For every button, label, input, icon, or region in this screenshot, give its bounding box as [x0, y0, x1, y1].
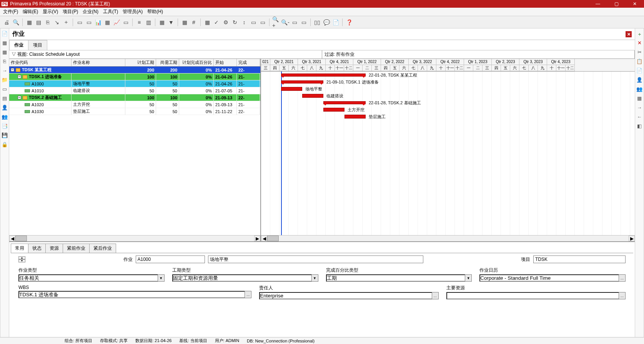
chart4-icon[interactable]: ▦ — [103, 18, 111, 27]
zoomin-icon[interactable]: 🔍+ — [272, 18, 280, 27]
owner-field[interactable] — [259, 292, 431, 299]
col-remain[interactable]: 尚需工期 — [156, 59, 179, 66]
browse-icon[interactable]: … — [619, 292, 626, 299]
tool2-icon[interactable]: ⚙ — [221, 18, 230, 27]
chart5-icon[interactable]: 📈 — [112, 18, 121, 27]
maximize-button[interactable]: ▢ — [609, 1, 624, 7]
rside-paste-icon[interactable]: 📄 — [636, 68, 643, 75]
table-row[interactable]: −TDSK.1 进场准备1001000%21-04-2621- — [9, 73, 260, 80]
close-button[interactable]: ✕ — [627, 1, 642, 7]
preview-icon[interactable]: 🔍 — [12, 18, 20, 27]
menu-item[interactable]: 编辑(E) — [23, 8, 38, 15]
gantt-bar[interactable] — [323, 101, 366, 104]
gantt-bar[interactable] — [344, 115, 366, 119]
menu-item[interactable]: 帮助(H) — [147, 8, 163, 15]
dropdown-icon[interactable]: ▼ — [465, 274, 472, 282]
help-icon[interactable]: ❓ — [345, 18, 353, 27]
scroll-thumb[interactable] — [15, 235, 27, 241]
detail-tab[interactable]: 紧后作业 — [89, 244, 116, 253]
table-row[interactable]: −TDSK 某某工程2002000%21-04-2622- — [9, 67, 260, 73]
side-icon-1[interactable]: 📄 — [1, 31, 8, 38]
expander-icon[interactable]: − — [11, 68, 14, 72]
dropdown-icon[interactable]: ▼ — [158, 274, 165, 282]
table-row[interactable]: A1010临建搭设50500%21-07-0521- — [9, 87, 260, 94]
filter-label[interactable]: 过滤: 所有作业 — [322, 50, 635, 58]
tool5-icon[interactable]: ▭ — [249, 18, 258, 27]
expander-icon[interactable]: − — [18, 96, 21, 99]
tab-project[interactable]: 项目 — [28, 40, 47, 50]
side-icon-3[interactable]: ▦ — [1, 49, 8, 56]
col-pct[interactable]: 计划完成百分比 — [179, 59, 214, 66]
plus-icon[interactable]: ＋ — [62, 18, 70, 27]
col-code[interactable]: 作业代码 — [9, 59, 72, 66]
rside-add-icon[interactable]: ＋ — [636, 31, 643, 38]
minimize-button[interactable]: — — [590, 1, 606, 7]
view1-icon[interactable]: ▯▯ — [313, 18, 321, 27]
detail-tab[interactable]: 紧前作业 — [63, 244, 90, 253]
side-icon-9[interactable]: 👤 — [1, 105, 8, 112]
layout-icon[interactable]: ▦ — [25, 18, 33, 27]
side-icon-10[interactable]: 👥 — [1, 114, 8, 121]
rside-role-icon[interactable]: 👥 — [636, 86, 643, 93]
col-planned[interactable]: 计划工期 — [125, 59, 156, 66]
rside-cut-icon[interactable]: ✂ — [636, 49, 643, 56]
print-icon[interactable]: 🖨 — [2, 18, 11, 27]
wbs-field[interactable] — [18, 291, 245, 298]
arrow-icon[interactable]: ↘ — [53, 18, 61, 27]
detail-tab[interactable]: 资源 — [45, 244, 63, 253]
chart6-icon[interactable]: ▭ — [121, 18, 130, 27]
chart3-icon[interactable]: 📊 — [94, 18, 102, 27]
rside-succ-icon[interactable]: ← — [636, 114, 643, 121]
rside-step-icon[interactable]: ◧ — [636, 123, 643, 130]
col-start[interactable]: 开始 — [214, 59, 237, 66]
expander-icon[interactable]: − — [18, 75, 21, 78]
rside-res-icon[interactable]: 👤 — [636, 77, 643, 84]
side-icon-2[interactable]: ▦ — [1, 40, 8, 47]
tab-activity[interactable]: 作业 — [9, 40, 28, 50]
gantt-bar[interactable] — [281, 87, 302, 91]
gantt-bar[interactable] — [281, 80, 323, 83]
gantt-bar[interactable] — [323, 108, 344, 112]
rside-code-icon[interactable]: ▦ — [636, 95, 643, 102]
grid-hscroll[interactable]: ◀ ▶ — [9, 235, 260, 241]
chart1-icon[interactable]: ▭ — [75, 18, 84, 27]
table-row[interactable]: −TDSK.2 基础施工1001000%21-09-1322- — [9, 94, 260, 101]
dropdown-icon[interactable]: ▼ — [311, 274, 318, 282]
gantt-scroll-thumb[interactable] — [267, 235, 279, 241]
side-icon-5[interactable]: → — [1, 68, 8, 75]
type-select[interactable] — [18, 274, 158, 282]
tool3-icon[interactable]: ↻ — [231, 18, 239, 27]
tool4-icon[interactable]: ↕ — [240, 18, 248, 27]
gantt-bar[interactable] — [302, 94, 323, 98]
detail-tab[interactable]: 常用 — [11, 244, 28, 253]
link-icon[interactable]: ⎘ — [43, 18, 52, 27]
activity-id-field[interactable] — [136, 255, 205, 263]
gantt-body[interactable]: 22-01-28, TDSK 某某工程21-09-10, TDSK.1 进场准备… — [261, 72, 635, 235]
panel-close-icon[interactable]: ✕ — [626, 31, 632, 37]
menu-item[interactable]: 管理员(A) — [123, 8, 143, 15]
browse-icon[interactable]: … — [432, 292, 439, 299]
rside-copy-icon[interactable]: 📋 — [636, 58, 643, 65]
menu-item[interactable]: 项目(P) — [63, 8, 78, 15]
side-icon-6[interactable]: 📁 — [1, 77, 8, 84]
col-name[interactable]: 作业名称 — [72, 59, 125, 66]
side-icon-11[interactable]: 📑 — [1, 123, 8, 130]
menu-item[interactable]: 文件(F) — [3, 8, 18, 15]
filter-icon[interactable]: ▼ — [167, 18, 175, 27]
tool1-icon[interactable]: ✓ — [212, 18, 221, 27]
dur-select[interactable] — [172, 274, 311, 282]
hash-icon[interactable]: # — [190, 18, 198, 27]
activity-name-field[interactable] — [208, 255, 423, 263]
table-row[interactable]: A1030垫层施工50500%21-11-2222- — [9, 108, 260, 115]
table-row[interactable]: A1000场地平整50500%21-04-2621- — [9, 80, 260, 87]
wbs-icon[interactable]: ▦ — [203, 18, 211, 27]
table-row[interactable]: A1020土方开挖50500%21-09-1321- — [9, 101, 260, 108]
side-icon-13[interactable]: 🔒 — [1, 142, 8, 149]
side-icon-12[interactable]: 💾 — [1, 132, 8, 139]
browse-icon[interactable]: … — [619, 274, 626, 282]
gantt-timescale[interactable]: 021Qtr 2, 2021Qtr 3, 2021Qtr 4, 2021Qtr … — [261, 59, 635, 72]
menu-item[interactable]: 工具(T) — [103, 8, 118, 15]
grid-body[interactable]: −TDSK 某某工程2002000%21-04-2622-−TDSK.1 进场准… — [9, 67, 260, 235]
gantt-bar[interactable] — [281, 73, 366, 77]
fit-icon[interactable]: ▭ — [290, 18, 299, 27]
